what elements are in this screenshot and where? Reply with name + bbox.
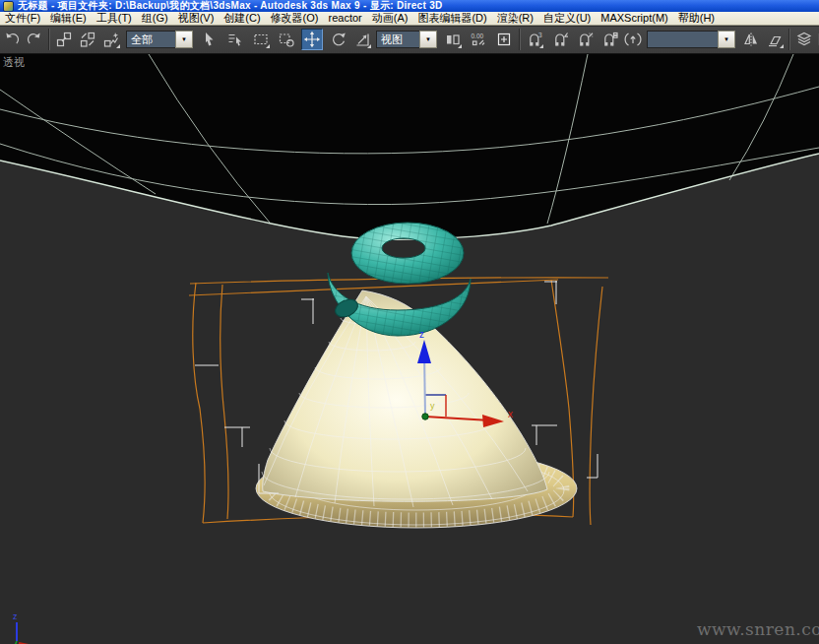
perspective-viewport[interactable]: z x y z y x 透视 www.snren.com [0,53,819,644]
menu-item-reactor[interactable]: reactor [324,12,367,25]
menu-item-customize[interactable]: 自定义(U) [538,12,596,25]
angle-snap-toggle-button[interactable] [549,29,571,50]
menu-item-modifiers[interactable]: 修改器(O) [266,12,324,25]
unlink-selection-icon [79,31,96,48]
rectangular-selection-region-button[interactable] [250,29,272,50]
viewport-label[interactable]: 透视 [3,55,25,70]
select-by-name-icon [226,31,244,48]
menu-item-help[interactable]: 帮助(H) [673,12,720,25]
select-and-rotate-icon [330,31,347,48]
watermark: www.snren.com [697,619,819,639]
menu-item-tools[interactable]: 工具(T) [92,12,137,25]
select-and-link-button[interactable] [53,29,75,50]
app-icon [3,1,14,12]
mirror-icon [742,31,760,48]
window-crossing-icon [278,31,295,48]
dropdown-arrow-icon[interactable]: ▼ [419,31,437,48]
curve-editor-button[interactable] [815,29,819,50]
redo-icon [26,31,43,48]
reference-coordinate-value: 视图 [376,31,419,48]
menu-item-animation[interactable]: 动画(A) [367,12,413,25]
select-and-move-icon [303,31,321,48]
percent-snap-toggle-icon [576,31,594,48]
selection-filter-value: 全部 [126,31,175,48]
menu-item-maxscript[interactable]: MAXScript(M) [596,12,672,25]
flyout-corner [780,44,784,48]
select-object-icon [201,31,219,48]
snaps-toggle-3d-button[interactable]: 3 [524,29,545,50]
flyout-corner [116,44,120,48]
world-axis-z-label: z [13,612,18,621]
flyout-corner [458,44,462,48]
select-and-scale-button[interactable] [351,29,373,50]
dropdown-arrow-icon[interactable]: ▼ [175,31,193,48]
select-and-manipulate-button[interactable] [493,29,515,50]
flyout-corner [266,44,270,48]
window-crossing-toggle-button[interactable] [276,29,297,50]
named-selection-sets-value [647,31,718,48]
gizmo-y-label: y [430,401,435,411]
layer-manager-button[interactable] [793,29,815,50]
unlink-selection-button[interactable] [77,29,98,50]
menu-item-file[interactable]: 文件(F) [0,12,45,25]
spinner-snap-toggle-icon [600,31,618,48]
use-pivot-point-center-button[interactable] [442,29,464,50]
select-object-button[interactable] [199,29,220,50]
flyout-corner [539,44,543,48]
selection-filter-dropdown[interactable]: 全部 ▼ [126,31,193,48]
menu-item-views[interactable]: 视图(V) [173,12,220,25]
svg-text:3: 3 [538,32,542,38]
select-and-rotate-button[interactable] [328,29,349,50]
menu-item-edit[interactable]: 编辑(E) [45,12,92,25]
bind-to-space-warp-button[interactable] [100,29,122,50]
menu-bar: 文件(F) 编辑(E) 工具(T) 组(G) 视图(V) 创建(C) 修改器(O… [0,12,819,26]
undo-icon [3,31,21,48]
percent-snap-label: 0.00 [472,32,484,39]
3ds-max-window: 无标题 - 项目文件夹: D:\Backup\我的文档\3dsMax - Aut… [0,0,819,644]
toolbar-separator [788,29,790,50]
gizmo-z-label: z [419,329,424,340]
align-button[interactable] [764,29,786,50]
percent-snap-button[interactable]: 0.00 [468,29,489,50]
toolbar-separator [48,29,50,50]
gizmo-x-label: x [508,409,513,419]
window-title: 无标题 - 项目文件夹: D:\Backup\我的文档\3dsMax - Aut… [18,0,443,12]
flyout-corner [367,44,371,48]
layer-manager-icon [795,31,813,48]
menu-item-group[interactable]: 组(G) [137,12,173,25]
percent-snap-icon: 0.00 [470,31,487,48]
perspective-viewport-canvas[interactable]: z x y z y x [0,54,819,644]
keyboard-shortcut-override-button[interactable] [622,29,644,50]
mirror-button[interactable] [740,29,762,50]
menu-item-rendering[interactable]: 渲染(R) [492,12,538,25]
menu-item-create[interactable]: 创建(C) [219,12,265,25]
spinner-snap-toggle-button[interactable] [598,29,620,50]
title-bar: 无标题 - 项目文件夹: D:\Backup\我的文档\3dsMax - Aut… [0,0,819,12]
keyboard-shortcut-override-icon [624,31,642,48]
redo-button[interactable] [24,29,45,50]
gizmo-y-axis[interactable] [422,414,428,419]
select-by-name-button[interactable] [224,29,246,50]
menu-item-graph-editors[interactable]: 图表编辑器(D) [412,12,491,25]
dropdown-arrow-icon[interactable]: ▼ [718,31,735,48]
select-and-manipulate-icon [495,31,513,48]
main-toolbar: 全部 ▼ 视图 ▼ [0,27,819,54]
select-and-link-icon [55,31,73,48]
undo-button[interactable] [1,29,23,50]
named-selection-sets-dropdown[interactable]: ▼ [647,31,735,48]
angle-snap-toggle-icon [551,31,569,48]
select-and-move-button[interactable] [301,29,323,50]
percent-snap-toggle-button[interactable] [574,29,596,50]
reference-coordinate-dropdown[interactable]: 视图 ▼ [376,31,437,48]
toolbar-separator [519,29,521,50]
